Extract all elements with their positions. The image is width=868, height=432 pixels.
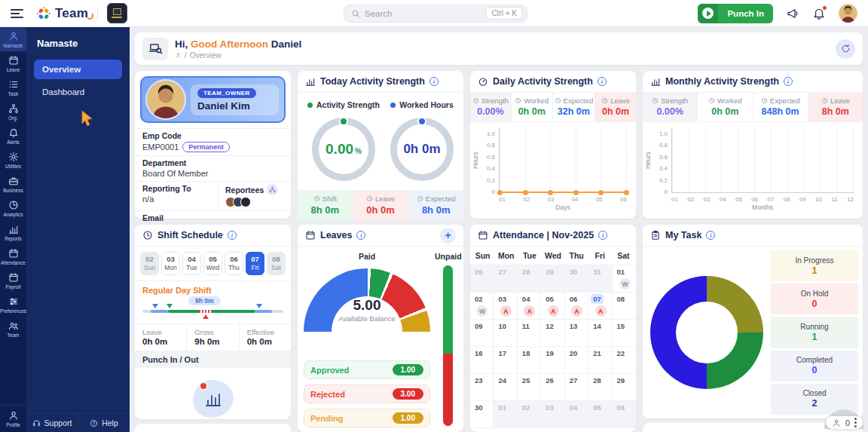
sidebar-item-overview[interactable]: Overview: [34, 60, 122, 79]
day-name: Wed: [541, 247, 564, 265]
sidebar-item-utilities[interactable]: Utilities: [0, 148, 26, 172]
breadcrumb[interactable]: /Overview: [175, 51, 301, 60]
info-icon[interactable]: [356, 231, 365, 240]
calendar-cell[interactable]: 26: [470, 265, 494, 293]
day-pill[interactable]: 04 Tue: [182, 252, 201, 275]
calendar-cell[interactable]: 28: [588, 374, 612, 401]
day-pill[interactable]: 03 Mon: [161, 252, 180, 275]
sidebar-item-alerts[interactable]: Alerts: [0, 124, 26, 148]
calendar-cell[interactable]: 25: [518, 374, 541, 401]
announcements-icon[interactable]: [786, 7, 799, 20]
info-icon[interactable]: [429, 77, 439, 86]
calendar-cell[interactable]: 05 A: [541, 293, 564, 320]
department-row: Department Board Of Member: [135, 155, 291, 181]
calendar-cell[interactable]: 03: [541, 401, 564, 428]
calendar-cell[interactable]: 13: [565, 320, 588, 347]
support-button[interactable]: Support: [26, 414, 78, 432]
role-badge: TEAM_OWNER: [197, 88, 256, 98]
sidebar-item-leave[interactable]: Leave: [0, 51, 26, 75]
calendar-cell[interactable]: 04 A: [518, 293, 541, 320]
sidebar-item-payroll[interactable]: Payroll: [0, 268, 26, 293]
company-logo[interactable]: [107, 3, 127, 23]
calendar-cell[interactable]: 26: [541, 374, 564, 401]
info-icon[interactable]: [228, 231, 237, 240]
calendar-cell[interactable]: 21: [588, 347, 612, 374]
kebab-menu-icon[interactable]: [854, 418, 857, 427]
org-chart-icon[interactable]: [267, 184, 278, 195]
calendar-cell[interactable]: 23: [470, 374, 494, 401]
reportee-avatars[interactable]: [225, 197, 283, 207]
calendar-cell[interactable]: 31: [588, 265, 612, 293]
floating-users-widget[interactable]: 0: [826, 416, 863, 429]
refresh-button[interactable]: [836, 39, 855, 59]
employee-hero[interactable]: TEAM_OWNER Daniel Kim: [140, 76, 286, 123]
calendar-cell[interactable]: 03 A: [494, 293, 517, 320]
sidebar-item-org[interactable]: Org.: [0, 100, 26, 124]
hamburger-menu-icon[interactable]: [11, 9, 23, 18]
day-pill[interactable]: 05 Wed: [203, 252, 222, 275]
calendar-cell[interactable]: 29: [541, 265, 564, 293]
calendar-cell[interactable]: 04: [565, 401, 588, 428]
calendar-cell[interactable]: 02: [518, 401, 541, 428]
info-icon[interactable]: [706, 231, 715, 240]
calendar-cell[interactable]: 24: [494, 374, 517, 401]
calendar-cell[interactable]: 11: [518, 320, 541, 347]
app-logo[interactable]: Team: [35, 5, 88, 22]
calendar-cell[interactable]: 08: [613, 293, 636, 320]
calendar-cell[interactable]: 09: [470, 320, 494, 347]
sidebar-item-analytics[interactable]: Analytics: [0, 196, 26, 220]
calendar-cell[interactable]: 18: [518, 347, 541, 374]
sidebar-item-attendance[interactable]: Attendance: [0, 244, 26, 268]
card-title: Shift Schedule: [157, 230, 223, 241]
sidebar-item-namaste[interactable]: Namaste: [0, 27, 26, 51]
sidebar-item-preferences[interactable]: Preferences: [0, 293, 26, 317]
data-point: [624, 190, 629, 195]
info-icon[interactable]: [784, 77, 793, 86]
sidebar-item-profile[interactable]: Profile: [0, 405, 26, 432]
notifications-bell-icon[interactable]: [812, 7, 826, 20]
clock-icon: [472, 97, 479, 104]
info-icon[interactable]: [598, 231, 607, 240]
add-leave-button[interactable]: +: [440, 228, 456, 244]
calendar-cell[interactable]: 01: [494, 401, 517, 428]
calendar-cell[interactable]: 02 W: [470, 293, 494, 320]
calendar-cell[interactable]: 22: [613, 347, 636, 374]
calendar-cell[interactable]: 15: [613, 320, 636, 347]
sidebar-item-dashboard[interactable]: Dashboard: [34, 82, 122, 102]
calendar-cell[interactable]: 01 W: [613, 265, 636, 293]
user-avatar[interactable]: [839, 4, 857, 23]
calendar-cell[interactable]: 05: [588, 401, 612, 428]
calendar-cell[interactable]: 16: [470, 347, 494, 374]
day-pill[interactable]: 02 Sun: [140, 252, 159, 275]
calendar-cell[interactable]: 29: [613, 374, 636, 401]
sidebar-item-reports[interactable]: Reports: [0, 220, 26, 244]
sidebar-item-business[interactable]: Business: [0, 172, 26, 196]
day-pill[interactable]: 08 Sat: [267, 252, 286, 275]
search-input[interactable]: Search Ctrl + K: [344, 5, 527, 23]
info-icon[interactable]: [598, 77, 607, 86]
calendar-cell[interactable]: 27: [565, 374, 588, 401]
day-name: Sun: [471, 247, 494, 265]
search-shortcut-badge: Ctrl + K: [485, 7, 523, 20]
sidebar-item-team[interactable]: Team: [0, 317, 26, 341]
calendar-cell[interactable]: 12: [541, 320, 564, 347]
punch-in-button[interactable]: Punch In: [698, 4, 773, 23]
sidebar-item-task[interactable]: Task: [0, 75, 26, 100]
calendar-cell[interactable]: 10: [494, 320, 517, 347]
calendar-cell[interactable]: 30: [565, 265, 588, 293]
calendar-cell[interactable]: 19: [541, 347, 564, 374]
calendar-cell[interactable]: 27: [494, 265, 517, 293]
day-pill[interactable]: 07 Fri: [246, 252, 264, 275]
calendar-cell[interactable]: 20: [565, 347, 588, 374]
calendar-cell[interactable]: 28: [518, 265, 541, 293]
calendar-cell[interactable]: 14: [588, 320, 612, 347]
calendar-cell[interactable]: 17: [494, 347, 517, 374]
clock-icon: [555, 97, 561, 104]
help-button[interactable]: Help: [78, 414, 130, 432]
calendar-cell[interactable]: 06 A: [565, 293, 588, 320]
calendar-cell[interactable]: 30: [470, 401, 494, 428]
day-pill[interactable]: 06 Thu: [225, 252, 243, 275]
clock-icon: [652, 97, 659, 104]
calendar-cell[interactable]: 07 A: [588, 293, 612, 320]
calendar-cell[interactable]: 06: [613, 401, 636, 428]
